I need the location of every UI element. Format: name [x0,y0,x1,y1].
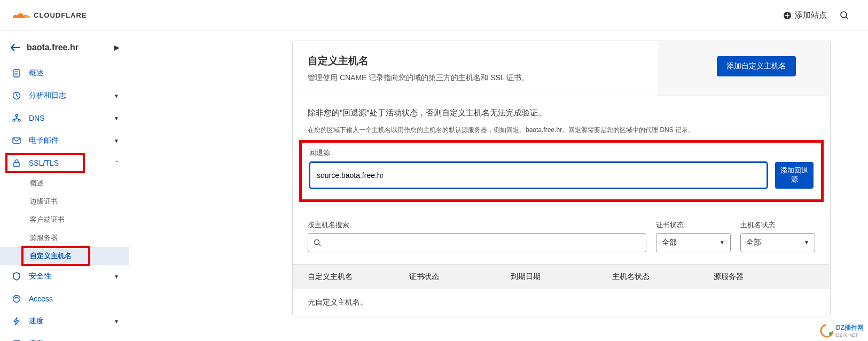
host-status-select[interactable]: 全部 ▼ [740,233,815,252]
fallback-origin-input[interactable] [309,162,768,189]
cloudflare-logo[interactable]: CLOUDFLARE [10,10,87,21]
ssl-sub-client[interactable]: 客户端证书 [0,211,129,229]
lock-icon [12,158,21,168]
chevron-right-icon: ▶ [114,44,119,51]
fallback-origin-section: 回退源 添加回退源 [299,140,824,202]
email-icon [12,136,21,145]
cert-status-select[interactable]: 全部 ▼ [656,233,731,252]
sidebar: baota.free.hr ▶ 概述 分析和日志 ▼ DNS ▼ 电子邮件 ▼ … [0,31,129,341]
chevron-down-icon: ▼ [804,239,809,245]
clock-icon [12,91,21,100]
panel-title: 自定义主机名 [308,54,698,68]
host-status-value: 全部 [746,238,761,247]
table-header: 自定义主机名 证书状态 到期日期 主机名状态 源服务器 [293,264,830,289]
svg-line-16 [319,244,320,246]
nav-dns[interactable]: DNS ▼ [0,107,129,129]
nav-speed-label: 速度 [29,316,44,326]
nav-dns-label: DNS [29,114,45,122]
nav-cache-label: 缓存 [29,339,44,341]
chevron-down-icon: ▼ [114,319,119,324]
fallback-label: 回退源 [309,148,814,158]
empty-table-message: 无自定义主机名。 [293,289,830,316]
svg-point-18 [829,332,832,335]
svg-point-15 [315,239,319,244]
chevron-down-icon: ▼ [114,274,119,280]
nav-email[interactable]: 电子邮件 ▼ [0,129,129,152]
svg-point-1 [841,12,847,18]
network-icon [12,113,21,123]
nav-analytics-label: 分析和日志 [29,91,66,100]
add-site-button[interactable]: 添加站点 [783,10,827,20]
plus-circle-icon [783,11,792,20]
ssl-sub-origin[interactable]: 源服务器 [0,229,129,247]
shield-icon [12,272,21,281]
watermark-icon [820,324,834,338]
hostname-search-box[interactable] [308,233,646,252]
svg-rect-12 [14,162,19,167]
cert-status-label: 证书状态 [656,220,731,230]
chevron-down-icon: ▼ [114,138,119,144]
search-label: 按主机名搜索 [308,220,646,230]
brand-text: CLOUDFLARE [34,11,87,19]
domain-name: baota.free.hr [27,43,79,52]
nav-analytics[interactable]: 分析和日志 ▼ [0,84,129,107]
domain-selector[interactable]: baota.free.hr ▶ [0,37,129,62]
nav-email-label: 电子邮件 [29,136,59,145]
panel-subtitle: 管理使用 CNAME 记录指向您的域的第三方的主机名和 SSL 证书。 [308,73,698,83]
chevron-down-icon: ▼ [114,115,119,121]
back-arrow-icon[interactable] [11,44,20,51]
svg-point-8 [15,114,18,117]
search-icon[interactable] [840,11,849,20]
fallback-warning: 除非您的"回退源"处于活动状态，否则自定义主机名无法完成验证。 [308,108,815,118]
th-hoststatus: 主机名状态 [612,272,714,282]
hostname-search-input[interactable] [321,238,640,247]
add-fallback-button[interactable]: 添加回退源 [775,162,814,189]
cache-icon [12,339,21,341]
ssl-sub-overview[interactable]: 概述 [0,174,129,192]
nav-security-label: 安全性 [29,272,51,281]
document-icon [12,68,21,78]
chevron-down-icon: ▼ [114,93,119,99]
watermark: DZ插件网 DZ-X.NET [820,323,864,338]
svg-line-2 [846,17,848,19]
search-icon [314,239,321,246]
lightning-icon [12,316,21,326]
access-icon [12,294,21,304]
nav-cache[interactable]: 缓存 ▼ [0,332,129,341]
host-status-label: 主机名状态 [740,220,815,230]
add-custom-hostname-button[interactable]: 添加自定义主机名 [717,56,796,76]
nav-speed[interactable]: 速度 ▼ [0,310,129,332]
nav-security[interactable]: 安全性 ▼ [0,265,129,288]
custom-hostnames-panel: 自定义主机名 管理使用 CNAME 记录指向您的域的第三方的主机名和 SSL 证… [292,41,831,316]
cert-status-value: 全部 [662,238,677,247]
svg-point-13 [13,296,20,303]
chevron-down-icon: ▼ [720,239,725,245]
ssl-sub-edge[interactable]: 边缘证书 [0,192,129,211]
nav-ssl[interactable]: SSL/TLS ⌃ [0,152,129,174]
ssl-sub-custom-hostnames[interactable]: 自定义主机名 [0,247,129,265]
nav-overview-label: 概述 [29,68,44,78]
nav-overview[interactable]: 概述 [0,62,129,84]
main-content: 自定义主机名 管理使用 CNAME 记录指向您的域的第三方的主机名和 SSL 证… [129,31,868,341]
chevron-up-icon: ⌃ [115,160,119,166]
th-origin: 源服务器 [714,272,815,282]
add-site-label: 添加站点 [795,10,827,20]
watermark-sub: DZ-X.NET [836,332,864,338]
th-expiry: 到期日期 [511,272,612,282]
watermark-text: DZ插件网 [836,324,864,331]
svg-rect-11 [13,138,20,143]
th-cert: 证书状态 [409,272,511,282]
nav-ssl-label: SSL/TLS [29,159,59,167]
nav-access-label: Access [29,294,53,303]
nav-access[interactable]: Access [0,288,129,310]
th-hostname: 自定义主机名 [308,272,409,282]
fallback-help: 在您的区域下输入一个主机名以用作您的主机名的默认源服务器，例如回退。baota.… [308,126,815,135]
